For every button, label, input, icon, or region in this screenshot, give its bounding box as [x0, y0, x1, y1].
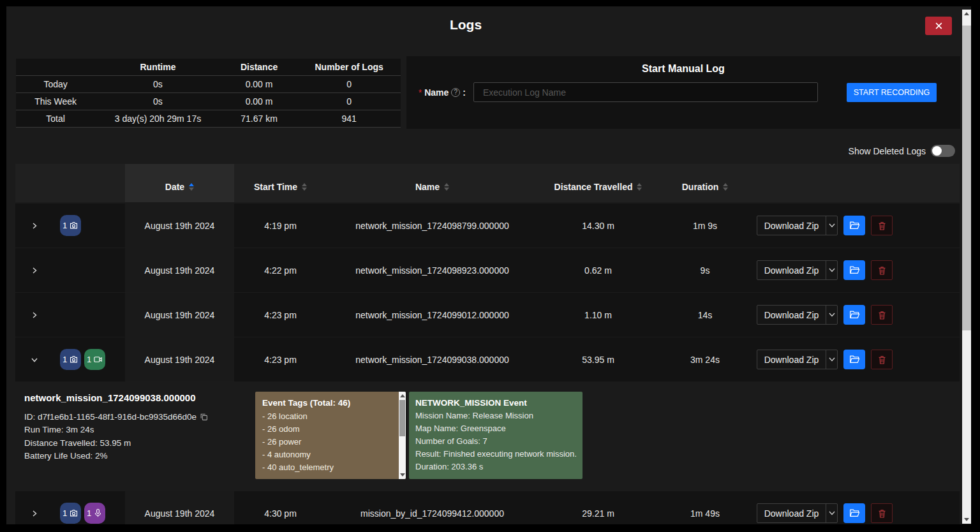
table-row: 1 August 19th 2024 4:19 pm network_missi… [15, 203, 960, 248]
chevron-right-icon [31, 311, 38, 319]
trash-icon [877, 508, 887, 519]
event-line: Duration: 203.36 s [415, 461, 576, 473]
chevron-down-icon [829, 313, 835, 317]
download-dropdown[interactable] [826, 504, 837, 522]
scroll-up-arrow [400, 394, 405, 397]
download-dropdown[interactable] [826, 261, 837, 279]
vertical-scrollbar[interactable] [962, 10, 971, 524]
show-deleted-logs: Show Deleted Logs [6, 145, 955, 157]
chevron-right-icon [31, 222, 38, 230]
video-icon [93, 355, 103, 364]
table-row: 1 1 August 19th 2024 4:23 pm network_mis… [15, 337, 960, 381]
chevron-right-icon [31, 267, 38, 274]
trash-icon [877, 221, 887, 231]
header-start-time[interactable]: Start Time [234, 174, 327, 192]
scroll-thumb[interactable] [962, 26, 971, 330]
delete-button[interactable] [871, 216, 893, 235]
trash-icon [877, 310, 887, 320]
event-tag-item: - 4 autonomy [262, 448, 392, 461]
scroll-down-arrow[interactable] [964, 518, 969, 521]
event-tags-box[interactable]: Event Tags (Total: 46) - 26 location - 2… [255, 392, 406, 479]
stats-col-logs: Number of Logs [297, 62, 401, 72]
header-duration[interactable]: Duration [658, 174, 752, 192]
log-distance: Distance Travelled: 53.95 m [24, 437, 208, 450]
show-deleted-label: Show Deleted Logs [849, 146, 926, 156]
event-line: Result: Finished executing network missi… [415, 448, 576, 461]
camera-count-badge: 1 [60, 503, 81, 524]
download-zip-button[interactable]: Download Zip [757, 305, 838, 325]
download-dropdown[interactable] [826, 216, 837, 235]
download-zip-button[interactable]: Download Zip [757, 350, 838, 369]
delete-button[interactable] [871, 260, 893, 280]
event-line: Map Name: Greenspace [415, 422, 576, 435]
event-title: NETWORK_MISSION Event [415, 397, 576, 410]
log-battery: Battery Life Used: 2% [24, 450, 208, 462]
chevron-down-icon [829, 223, 835, 228]
microphone-icon [93, 508, 103, 518]
chevron-down-icon [829, 268, 835, 272]
delete-button[interactable] [871, 305, 893, 325]
download-zip-button[interactable]: Download Zip [757, 216, 838, 235]
trash-icon [877, 265, 887, 276]
name-label: * Name ? : [406, 82, 466, 102]
show-deleted-toggle[interactable] [931, 145, 955, 157]
header-name[interactable]: Name [327, 174, 538, 192]
page-title: Logs [6, 17, 925, 33]
event-tags-scrollbar[interactable] [399, 392, 406, 479]
expand-button[interactable] [15, 311, 54, 319]
help-icon[interactable]: ? [451, 88, 460, 97]
stats-header-row: Runtime Distance Number of Logs [16, 59, 401, 76]
close-icon [935, 22, 943, 30]
folder-open-icon [849, 221, 860, 230]
header-distance[interactable]: Distance Travelled [538, 174, 658, 192]
table-row: August 19th 2024 4:22 pm network_mission… [15, 248, 960, 292]
event-tag-item: - 26 power [262, 436, 392, 448]
camera-count-badge: 1 [60, 349, 81, 370]
scroll-thumb [399, 400, 405, 436]
logs-dialog: Logs Runtime Distance Number of Logs Tod… [6, 6, 971, 524]
close-button[interactable] [925, 17, 952, 35]
event-tag-item: - 26 location [262, 410, 392, 423]
network-mission-event-box: NETWORK_MISSION Event Mission Name: Rele… [409, 392, 583, 479]
delete-button[interactable] [871, 350, 893, 369]
stats-table: Runtime Distance Number of Logs Today 0s… [16, 59, 401, 128]
copy-icon[interactable] [200, 413, 208, 421]
download-zip-button[interactable]: Download Zip [757, 260, 838, 280]
sort-icon [723, 183, 728, 191]
sort-icon [189, 183, 194, 191]
manual-log-title: Start Manual Log [406, 63, 960, 75]
open-folder-button[interactable] [843, 350, 865, 369]
download-dropdown[interactable] [826, 306, 837, 324]
scroll-down-arrow [400, 473, 405, 477]
event-tags-title: Event Tags (Total: 46) [262, 397, 392, 410]
collapse-button[interactable] [15, 356, 54, 364]
start-manual-log-panel: Start Manual Log * Name ? : START RECORD… [406, 56, 960, 129]
open-folder-button[interactable] [843, 216, 865, 235]
camera-icon [69, 508, 78, 518]
download-zip-button[interactable]: Download Zip [757, 503, 838, 523]
stats-col-distance: Distance [221, 62, 298, 72]
scroll-up-arrow[interactable] [964, 12, 969, 15]
expand-button[interactable] [15, 267, 54, 274]
open-folder-button[interactable] [843, 260, 865, 280]
video-count-badge: 1 [84, 349, 105, 370]
expand-button[interactable] [15, 222, 54, 230]
log-run-time: Run Time: 3m 24s [24, 424, 208, 436]
sort-icon [444, 183, 449, 191]
open-folder-button[interactable] [843, 305, 865, 325]
folder-open-icon [849, 355, 860, 364]
stats-row-week: This Week 0s 0.00 m 0 [16, 93, 401, 110]
open-folder-button[interactable] [843, 503, 865, 523]
download-dropdown[interactable] [826, 350, 837, 369]
header-date[interactable]: Date [125, 164, 234, 202]
camera-count-badge: 1 [60, 215, 81, 236]
delete-button[interactable] [871, 503, 893, 523]
log-name-input[interactable] [473, 82, 818, 102]
log-id: ID: d7f1e6b1-1165-48f1-916d-bc9935d66d0e [24, 411, 208, 424]
required-asterisk: * [419, 87, 422, 98]
stats-row-today: Today 0s 0.00 m 0 [16, 76, 401, 93]
chevron-down-icon [829, 357, 835, 362]
expand-button[interactable] [15, 510, 54, 517]
start-recording-button[interactable]: START RECORDING [847, 83, 937, 102]
chevron-down-icon [31, 356, 38, 364]
